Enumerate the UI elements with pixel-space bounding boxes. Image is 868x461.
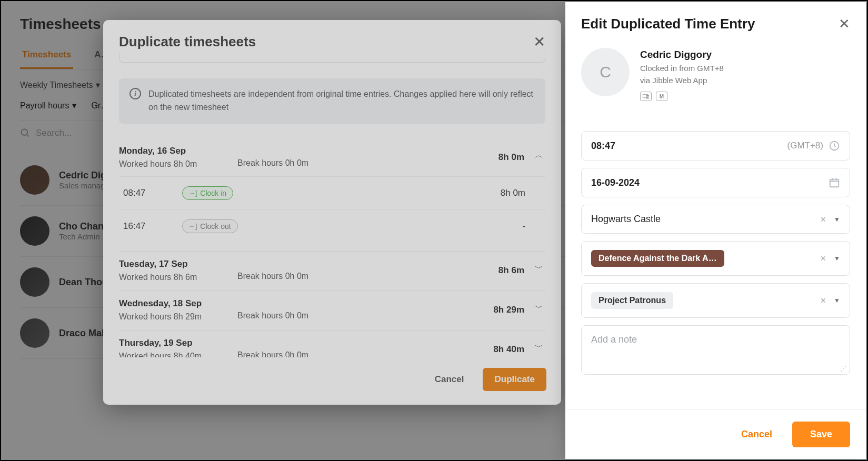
location-select[interactable]: Hogwarts Castle ✕ ▼ bbox=[581, 205, 850, 234]
entry-time: 08:47 bbox=[123, 188, 182, 198]
day-worked: Worked hours 8h 0m bbox=[119, 159, 237, 169]
close-icon[interactable]: ✕ bbox=[533, 35, 545, 49]
info-banner: i Duplicated timesheets are independent … bbox=[119, 78, 545, 124]
user-meta-tz: Clocked in from GMT+8 bbox=[640, 63, 724, 75]
user-block: C Cedric Diggory Clocked in from GMT+8 v… bbox=[581, 44, 850, 116]
edit-time-entry-panel: Edit Duplicated Time Entry ✕ C Cedric Di… bbox=[565, 2, 866, 459]
chevron-down-icon[interactable]: ﹀ bbox=[535, 303, 543, 314]
chevron-up-icon[interactable]: ︿ bbox=[535, 150, 543, 161]
chevron-down-icon[interactable]: ﹀ bbox=[535, 342, 543, 353]
day-total: 8h 0m bbox=[498, 152, 524, 163]
close-icon[interactable]: ✕ bbox=[839, 16, 850, 32]
entry-duration: - bbox=[522, 221, 525, 232]
logout-icon: ←] bbox=[189, 223, 197, 230]
duplicate-timesheets-modal: Duplicate timesheets ✕ i Duplicated time… bbox=[103, 20, 561, 405]
user-meta-via: via Jibble Web App bbox=[640, 75, 724, 87]
info-text: Duplicated timesheets are independent fr… bbox=[148, 88, 535, 114]
timezone-label: (GMT+8) bbox=[787, 141, 823, 151]
chevron-down-icon[interactable]: ▼ bbox=[834, 297, 840, 304]
day-row: Wednesday, 18 SepWorked hours 8h 29m Bre… bbox=[119, 291, 545, 330]
day-date: Monday, 16 Sep bbox=[119, 146, 237, 156]
resize-handle-icon[interactable]: ⋰ bbox=[840, 365, 846, 372]
device-icon bbox=[640, 92, 652, 101]
chevron-down-icon[interactable]: ▼ bbox=[834, 255, 840, 262]
time-entry-row[interactable]: 16:47 ←]Clock out - bbox=[119, 210, 545, 243]
note-textarea[interactable]: Add a note ⋰ bbox=[581, 325, 850, 375]
clock-out-badge: ←]Clock out bbox=[182, 219, 238, 233]
user-name: Cedric Diggory bbox=[640, 49, 724, 61]
calendar-icon bbox=[829, 177, 840, 188]
date-field[interactable]: 16-09-2024 bbox=[581, 168, 850, 197]
avatar: C bbox=[581, 48, 630, 96]
chevron-down-icon[interactable]: ﹀ bbox=[535, 263, 543, 274]
cancel-button[interactable]: Cancel bbox=[733, 422, 781, 447]
login-icon: →] bbox=[189, 189, 197, 197]
clear-icon[interactable]: ✕ bbox=[820, 215, 826, 224]
note-placeholder: Add a note bbox=[591, 334, 637, 345]
activity-select[interactable]: Defence Against the Dark A… ✕ ▼ bbox=[581, 241, 850, 276]
side-panel-title: Edit Duplicated Time Entry bbox=[581, 16, 755, 32]
clear-icon[interactable]: ✕ bbox=[820, 254, 826, 263]
activity-chip: Defence Against the Dark A… bbox=[591, 250, 724, 267]
day-row: Thursday, 19 SepWorked hours 8h 40m Brea… bbox=[119, 330, 545, 357]
duplicate-button[interactable]: Duplicate bbox=[483, 368, 546, 391]
svg-rect-2 bbox=[643, 94, 647, 98]
entry-duration: 8h 0m bbox=[501, 188, 525, 198]
clock-icon bbox=[829, 140, 840, 152]
chevron-down-icon[interactable]: ▼ bbox=[834, 216, 840, 223]
info-icon: i bbox=[129, 88, 141, 99]
day-break: Break hours 0h 0m bbox=[237, 158, 416, 168]
cancel-button[interactable]: Cancel bbox=[428, 369, 471, 390]
day-row: Monday, 16 Sep Worked hours 8h 0m Break … bbox=[119, 138, 545, 252]
day-row: Tuesday, 17 SepWorked hours 8h 6m Break … bbox=[119, 252, 545, 291]
project-select[interactable]: Project Patronus ✕ ▼ bbox=[581, 283, 850, 318]
time-entry-row[interactable]: 08:47 →]Clock in 8h 0m bbox=[119, 177, 545, 210]
save-button[interactable]: Save bbox=[792, 422, 850, 447]
modal-title: Duplicate timesheets bbox=[119, 34, 256, 50]
entry-time: 16:47 bbox=[123, 221, 182, 232]
manual-badge-icon: M bbox=[656, 92, 667, 101]
clear-icon[interactable]: ✕ bbox=[820, 296, 826, 305]
svg-rect-5 bbox=[830, 179, 839, 187]
project-chip: Project Patronus bbox=[591, 292, 673, 309]
clock-in-badge: →]Clock in bbox=[182, 186, 233, 200]
time-field[interactable]: 08:47 (GMT+8) bbox=[581, 131, 850, 161]
